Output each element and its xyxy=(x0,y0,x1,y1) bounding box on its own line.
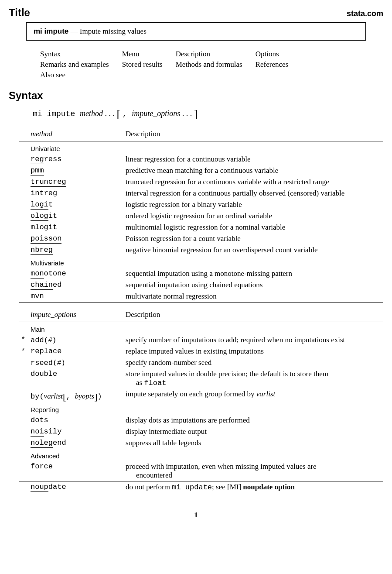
method-monotone: mon xyxy=(31,269,44,278)
opt-noupdate: noupdate xyxy=(29,481,124,493)
title-dash: — xyxy=(68,27,80,35)
syntax-opts: impute_options xyxy=(132,109,180,118)
desc-nbreg: negative binomial regression for an over… xyxy=(124,244,383,256)
options-head: impute_options xyxy=(31,310,76,319)
syntax-post: ute xyxy=(61,110,80,118)
desc-monotone: sequential imputation using a monotone-m… xyxy=(124,268,383,279)
header: Title stata.com xyxy=(9,7,383,19)
nav-options[interactable]: Options xyxy=(256,50,279,58)
method-mlogit: mlog xyxy=(31,223,48,232)
title-box: mi impute — Impute missing values xyxy=(26,22,366,41)
desc-double: store imputed values in double precision… xyxy=(124,368,383,388)
desc-pmm: predictive mean matching for a continuou… xyxy=(124,165,383,176)
syntax-line: mi impute method . . . [ , impute_option… xyxy=(33,106,383,119)
nav-syntax[interactable]: Syntax xyxy=(40,50,61,58)
method-nbreg: nbreg xyxy=(31,246,53,255)
desc-force: proceed with imputation, even when missi… xyxy=(124,461,383,481)
method-logit: logi xyxy=(31,200,48,210)
group-advanced: Advanced xyxy=(29,449,383,461)
opt-nolegend: nolegend xyxy=(29,437,124,449)
title-command: mi impute xyxy=(34,27,68,35)
desc-chained: sequential imputation using chained equa… xyxy=(124,279,383,291)
star-replace: * xyxy=(19,346,29,357)
nav-stored[interactable]: Stored results xyxy=(122,60,163,69)
desc-poisson: Poisson regression for a count variable xyxy=(124,233,383,244)
options-table: impute_options Description Main * add(#)… xyxy=(19,308,383,493)
desc-by: impute separately on each group formed b… xyxy=(124,388,383,402)
opt-dots: dots xyxy=(29,415,124,426)
opt-by: by(varlist[, byopts]) xyxy=(29,388,124,402)
opt-force: force xyxy=(29,461,124,481)
method-regress: reg xyxy=(31,155,44,164)
group-reporting: Reporting xyxy=(29,402,383,415)
group-multivariate: Multivariate xyxy=(29,256,383,268)
syntax-heading: Syntax xyxy=(9,89,383,102)
desc-dots: display dots as imputations are performe… xyxy=(124,415,383,426)
desc-mlogit: multinomial logistic regression for a no… xyxy=(124,222,383,233)
desc-nolegend: suppress all table legends xyxy=(124,437,383,449)
nav-remarks[interactable]: Remarks and examples xyxy=(40,60,109,69)
nav-methods[interactable]: Methods and formulas xyxy=(176,60,242,69)
group-univariate: Univariate xyxy=(29,141,383,154)
syntax-dots1: . . . xyxy=(103,109,117,118)
method-chained: chain xyxy=(31,281,53,290)
nav-description[interactable]: Description xyxy=(176,50,210,58)
page-number: 1 xyxy=(9,511,383,519)
star-add: * xyxy=(19,334,29,346)
desc-replace: replace imputed values in existing imput… xyxy=(124,346,383,357)
opt-rseed: rseed(#) xyxy=(29,357,124,368)
syntax-comma: , xyxy=(123,110,132,118)
desc-intreg: interval regression for a continuous par… xyxy=(124,188,383,199)
group-main: Main xyxy=(29,322,383,335)
desc-mvn: multivariate normal regression xyxy=(124,291,383,302)
desc-noupdate: do not perform mi update; see [MI] noupd… xyxy=(124,481,383,493)
syntax-pre: mi xyxy=(33,110,47,118)
method-table: method Description Univariate regresslin… xyxy=(19,127,383,302)
page-title: Title xyxy=(9,7,30,19)
method-ologit: olog xyxy=(31,212,48,221)
method-truncreg: truncreg xyxy=(31,178,66,187)
nav-alsosee[interactable]: Also see xyxy=(40,71,65,79)
desc-logit: logistic regression for a binary variabl… xyxy=(124,199,383,210)
bracket-close: ] xyxy=(194,107,198,120)
desc-regress: linear regression for a continuous varia… xyxy=(124,154,383,165)
method-intreg: intreg xyxy=(31,189,57,198)
method-mvn: mvn xyxy=(31,292,44,301)
method-poisson: poisson xyxy=(31,234,61,244)
desc-add: specify number of imputations to add; re… xyxy=(124,334,383,346)
desc-rseed: specify random-number seed xyxy=(124,357,383,368)
syntax-u: imp xyxy=(47,110,61,119)
nav-menu[interactable]: Menu xyxy=(122,50,140,58)
opt-noisily: noisily xyxy=(29,426,124,437)
nav-references[interactable]: References xyxy=(256,60,289,69)
desc-ologit: ordered logistic regression for an ordin… xyxy=(124,210,383,222)
syntax-dots2: . . . xyxy=(180,109,194,118)
desc-noisily: display intermediate output xyxy=(124,426,383,437)
options-desc-head: Description xyxy=(124,308,383,322)
nav-links: Syntax Menu Description Options Remarks … xyxy=(39,48,383,81)
desc-truncreg: truncated regression for a continuous va… xyxy=(124,176,383,188)
method-head: method xyxy=(31,130,52,138)
bracket-open: [ xyxy=(117,107,121,120)
desc-head: Description xyxy=(124,127,383,141)
method-pmm: pmm xyxy=(31,166,44,175)
site-link[interactable]: stata.com xyxy=(347,9,383,18)
syntax-method: method xyxy=(80,109,103,118)
title-desc: Impute missing values xyxy=(80,27,147,35)
opt-replace: replace xyxy=(29,346,124,357)
opt-add: add(#) xyxy=(29,334,124,346)
opt-double: double xyxy=(29,368,124,388)
